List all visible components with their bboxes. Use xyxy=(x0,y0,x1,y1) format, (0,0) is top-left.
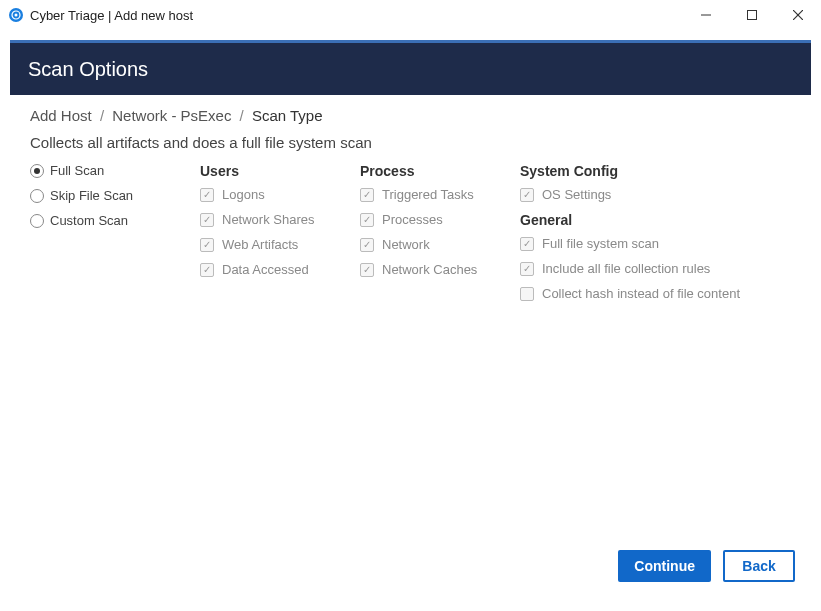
breadcrumb-add-host[interactable]: Add Host xyxy=(30,107,92,124)
footer-buttons: Continue Back xyxy=(618,550,795,582)
checkbox-web-artifacts: Web Artifacts xyxy=(200,237,340,252)
options-grid: Users Logons Network Shares Web Artifact… xyxy=(200,163,791,311)
checkbox-icon xyxy=(360,213,374,227)
radio-label: Custom Scan xyxy=(50,213,128,228)
checkbox-label: Network Shares xyxy=(222,212,314,227)
checkbox-full-file-system-scan: Full file system scan xyxy=(520,236,750,251)
process-column: Process Triggered Tasks Processes Networ… xyxy=(360,163,500,311)
checkbox-icon xyxy=(520,188,534,202)
svg-rect-3 xyxy=(748,11,757,20)
checkbox-icon xyxy=(360,188,374,202)
continue-button[interactable]: Continue xyxy=(618,550,711,582)
system-config-heading: System Config xyxy=(520,163,750,179)
checkbox-data-accessed: Data Accessed xyxy=(200,262,340,277)
window-controls xyxy=(683,0,821,30)
breadcrumb: Add Host / Network - PsExec / Scan Type xyxy=(30,107,791,124)
scan-type-radio-group: Full Scan Skip File Scan Custom Scan xyxy=(30,163,170,311)
checkbox-label: OS Settings xyxy=(542,187,611,202)
breadcrumb-network-psexec[interactable]: Network - PsExec xyxy=(112,107,231,124)
titlebar: Cyber Triage | Add new host xyxy=(0,0,821,30)
svg-point-1 xyxy=(15,14,18,17)
checkbox-icon xyxy=(200,188,214,202)
checkbox-label: Network Caches xyxy=(382,262,477,277)
checkbox-include-all-rules: Include all file collection rules xyxy=(520,261,750,276)
checkbox-icon xyxy=(520,287,534,301)
checkbox-label: Collect hash instead of file content xyxy=(542,286,740,301)
users-heading: Users xyxy=(200,163,340,179)
radio-label: Full Scan xyxy=(50,163,104,178)
checkbox-os-settings: OS Settings xyxy=(520,187,750,202)
radio-icon xyxy=(30,214,44,228)
checkbox-icon xyxy=(200,263,214,277)
breadcrumb-separator: / xyxy=(100,107,104,124)
checkbox-collect-hash: Collect hash instead of file content xyxy=(520,286,750,301)
window-title: Cyber Triage | Add new host xyxy=(30,8,193,23)
checkbox-icon xyxy=(520,262,534,276)
checkbox-triggered-tasks: Triggered Tasks xyxy=(360,187,500,202)
dialog-header: Scan Options xyxy=(10,43,811,95)
checkbox-icon xyxy=(200,238,214,252)
breadcrumb-separator: / xyxy=(240,107,244,124)
checkbox-icon xyxy=(520,237,534,251)
system-general-column: System Config OS Settings General Full f… xyxy=(520,163,750,311)
breadcrumb-scan-type: Scan Type xyxy=(252,107,323,124)
content-area: Add Host / Network - PsExec / Scan Type … xyxy=(10,95,811,311)
general-heading: General xyxy=(520,212,750,228)
checkbox-icon xyxy=(200,213,214,227)
close-button[interactable] xyxy=(775,0,821,30)
page-title: Scan Options xyxy=(28,58,148,81)
checkbox-label: Full file system scan xyxy=(542,236,659,251)
description-text: Collects all artifacts and does a full f… xyxy=(30,134,791,151)
checkbox-icon xyxy=(360,238,374,252)
checkbox-label: Web Artifacts xyxy=(222,237,298,252)
checkbox-processes: Processes xyxy=(360,212,500,227)
checkbox-label: Data Accessed xyxy=(222,262,309,277)
dialog-panel: Scan Options Add Host / Network - PsExec… xyxy=(10,40,811,598)
checkbox-label: Logons xyxy=(222,187,265,202)
back-button[interactable]: Back xyxy=(723,550,795,582)
checkbox-label: Network xyxy=(382,237,430,252)
process-heading: Process xyxy=(360,163,500,179)
checkbox-network-caches: Network Caches xyxy=(360,262,500,277)
checkbox-label: Include all file collection rules xyxy=(542,261,710,276)
radio-label: Skip File Scan xyxy=(50,188,133,203)
minimize-button[interactable] xyxy=(683,0,729,30)
options-row: Full Scan Skip File Scan Custom Scan Use… xyxy=(30,163,791,311)
checkbox-label: Processes xyxy=(382,212,443,227)
checkbox-label: Triggered Tasks xyxy=(382,187,474,202)
maximize-button[interactable] xyxy=(729,0,775,30)
checkbox-icon xyxy=(360,263,374,277)
radio-full-scan[interactable]: Full Scan xyxy=(30,163,170,178)
radio-skip-file-scan[interactable]: Skip File Scan xyxy=(30,188,170,203)
radio-icon xyxy=(30,164,44,178)
radio-custom-scan[interactable]: Custom Scan xyxy=(30,213,170,228)
checkbox-network: Network xyxy=(360,237,500,252)
users-column: Users Logons Network Shares Web Artifact… xyxy=(200,163,340,311)
app-icon xyxy=(8,7,24,23)
checkbox-logons: Logons xyxy=(200,187,340,202)
checkbox-network-shares: Network Shares xyxy=(200,212,340,227)
radio-icon xyxy=(30,189,44,203)
